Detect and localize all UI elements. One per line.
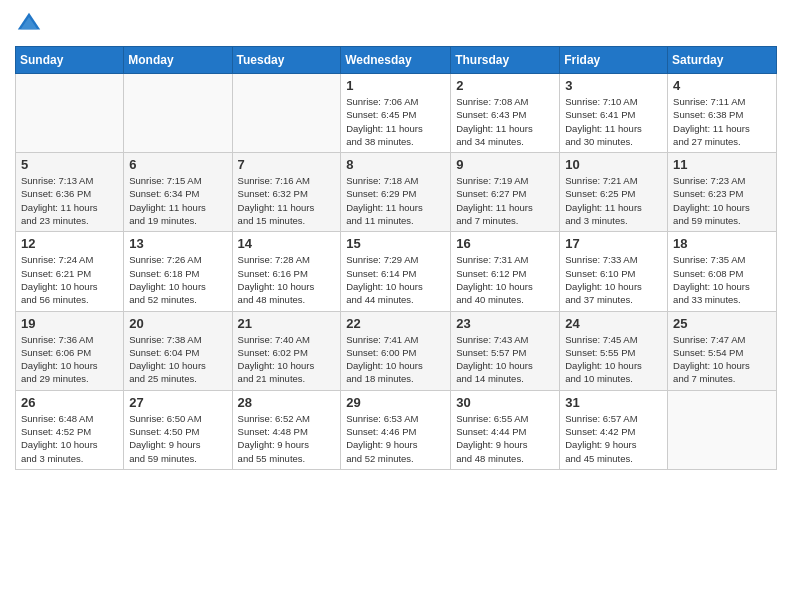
- day-info: Sunrise: 7:41 AM Sunset: 6:00 PM Dayligh…: [346, 333, 445, 386]
- weekday-header-row: SundayMondayTuesdayWednesdayThursdayFrid…: [16, 47, 777, 74]
- day-info: Sunrise: 7:45 AM Sunset: 5:55 PM Dayligh…: [565, 333, 662, 386]
- day-number: 20: [129, 316, 226, 331]
- calendar-cell: 23Sunrise: 7:43 AM Sunset: 5:57 PM Dayli…: [451, 311, 560, 390]
- day-number: 7: [238, 157, 336, 172]
- calendar-cell: 12Sunrise: 7:24 AM Sunset: 6:21 PM Dayli…: [16, 232, 124, 311]
- day-number: 16: [456, 236, 554, 251]
- weekday-header-wednesday: Wednesday: [341, 47, 451, 74]
- day-info: Sunrise: 7:33 AM Sunset: 6:10 PM Dayligh…: [565, 253, 662, 306]
- day-info: Sunrise: 7:24 AM Sunset: 6:21 PM Dayligh…: [21, 253, 118, 306]
- day-number: 27: [129, 395, 226, 410]
- day-info: Sunrise: 7:26 AM Sunset: 6:18 PM Dayligh…: [129, 253, 226, 306]
- calendar-cell: 16Sunrise: 7:31 AM Sunset: 6:12 PM Dayli…: [451, 232, 560, 311]
- day-number: 13: [129, 236, 226, 251]
- weekday-header-sunday: Sunday: [16, 47, 124, 74]
- calendar-cell: 18Sunrise: 7:35 AM Sunset: 6:08 PM Dayli…: [668, 232, 777, 311]
- calendar-cell: 30Sunrise: 6:55 AM Sunset: 4:44 PM Dayli…: [451, 390, 560, 469]
- day-number: 24: [565, 316, 662, 331]
- day-info: Sunrise: 7:08 AM Sunset: 6:43 PM Dayligh…: [456, 95, 554, 148]
- day-info: Sunrise: 7:15 AM Sunset: 6:34 PM Dayligh…: [129, 174, 226, 227]
- calendar-cell: [124, 74, 232, 153]
- calendar-cell: 21Sunrise: 7:40 AM Sunset: 6:02 PM Dayli…: [232, 311, 341, 390]
- weekday-header-monday: Monday: [124, 47, 232, 74]
- day-number: 8: [346, 157, 445, 172]
- calendar-cell: 8Sunrise: 7:18 AM Sunset: 6:29 PM Daylig…: [341, 153, 451, 232]
- calendar-cell: 15Sunrise: 7:29 AM Sunset: 6:14 PM Dayli…: [341, 232, 451, 311]
- calendar-cell: 20Sunrise: 7:38 AM Sunset: 6:04 PM Dayli…: [124, 311, 232, 390]
- day-number: 11: [673, 157, 771, 172]
- calendar-cell: 28Sunrise: 6:52 AM Sunset: 4:48 PM Dayli…: [232, 390, 341, 469]
- calendar-week-row: 5Sunrise: 7:13 AM Sunset: 6:36 PM Daylig…: [16, 153, 777, 232]
- calendar-cell: 13Sunrise: 7:26 AM Sunset: 6:18 PM Dayli…: [124, 232, 232, 311]
- day-info: Sunrise: 6:55 AM Sunset: 4:44 PM Dayligh…: [456, 412, 554, 465]
- day-number: 21: [238, 316, 336, 331]
- day-info: Sunrise: 7:47 AM Sunset: 5:54 PM Dayligh…: [673, 333, 771, 386]
- weekday-header-tuesday: Tuesday: [232, 47, 341, 74]
- day-number: 9: [456, 157, 554, 172]
- day-number: 17: [565, 236, 662, 251]
- day-number: 12: [21, 236, 118, 251]
- calendar-cell: 26Sunrise: 6:48 AM Sunset: 4:52 PM Dayli…: [16, 390, 124, 469]
- calendar-cell: 24Sunrise: 7:45 AM Sunset: 5:55 PM Dayli…: [560, 311, 668, 390]
- day-info: Sunrise: 7:13 AM Sunset: 6:36 PM Dayligh…: [21, 174, 118, 227]
- calendar-cell: 31Sunrise: 6:57 AM Sunset: 4:42 PM Dayli…: [560, 390, 668, 469]
- weekday-header-thursday: Thursday: [451, 47, 560, 74]
- weekday-header-friday: Friday: [560, 47, 668, 74]
- calendar-cell: [232, 74, 341, 153]
- day-info: Sunrise: 7:21 AM Sunset: 6:25 PM Dayligh…: [565, 174, 662, 227]
- calendar-cell: [668, 390, 777, 469]
- day-number: 1: [346, 78, 445, 93]
- calendar-cell: 25Sunrise: 7:47 AM Sunset: 5:54 PM Dayli…: [668, 311, 777, 390]
- day-number: 10: [565, 157, 662, 172]
- calendar-cell: 5Sunrise: 7:13 AM Sunset: 6:36 PM Daylig…: [16, 153, 124, 232]
- day-info: Sunrise: 6:53 AM Sunset: 4:46 PM Dayligh…: [346, 412, 445, 465]
- calendar-cell: 9Sunrise: 7:19 AM Sunset: 6:27 PM Daylig…: [451, 153, 560, 232]
- calendar-cell: 22Sunrise: 7:41 AM Sunset: 6:00 PM Dayli…: [341, 311, 451, 390]
- calendar-cell: 11Sunrise: 7:23 AM Sunset: 6:23 PM Dayli…: [668, 153, 777, 232]
- calendar-cell: 14Sunrise: 7:28 AM Sunset: 6:16 PM Dayli…: [232, 232, 341, 311]
- day-info: Sunrise: 7:29 AM Sunset: 6:14 PM Dayligh…: [346, 253, 445, 306]
- calendar-cell: 29Sunrise: 6:53 AM Sunset: 4:46 PM Dayli…: [341, 390, 451, 469]
- page: SundayMondayTuesdayWednesdayThursdayFrid…: [0, 0, 792, 612]
- calendar-cell: 6Sunrise: 7:15 AM Sunset: 6:34 PM Daylig…: [124, 153, 232, 232]
- weekday-header-saturday: Saturday: [668, 47, 777, 74]
- calendar-cell: 27Sunrise: 6:50 AM Sunset: 4:50 PM Dayli…: [124, 390, 232, 469]
- day-info: Sunrise: 7:19 AM Sunset: 6:27 PM Dayligh…: [456, 174, 554, 227]
- calendar-cell: 1Sunrise: 7:06 AM Sunset: 6:45 PM Daylig…: [341, 74, 451, 153]
- day-number: 29: [346, 395, 445, 410]
- calendar-cell: 4Sunrise: 7:11 AM Sunset: 6:38 PM Daylig…: [668, 74, 777, 153]
- day-info: Sunrise: 7:40 AM Sunset: 6:02 PM Dayligh…: [238, 333, 336, 386]
- day-number: 18: [673, 236, 771, 251]
- day-number: 30: [456, 395, 554, 410]
- day-number: 14: [238, 236, 336, 251]
- day-info: Sunrise: 7:16 AM Sunset: 6:32 PM Dayligh…: [238, 174, 336, 227]
- day-info: Sunrise: 7:28 AM Sunset: 6:16 PM Dayligh…: [238, 253, 336, 306]
- calendar-cell: 17Sunrise: 7:33 AM Sunset: 6:10 PM Dayli…: [560, 232, 668, 311]
- calendar-cell: 2Sunrise: 7:08 AM Sunset: 6:43 PM Daylig…: [451, 74, 560, 153]
- calendar-cell: 3Sunrise: 7:10 AM Sunset: 6:41 PM Daylig…: [560, 74, 668, 153]
- calendar-table: SundayMondayTuesdayWednesdayThursdayFrid…: [15, 46, 777, 470]
- logo: [15, 10, 47, 38]
- logo-icon: [15, 10, 43, 38]
- day-number: 3: [565, 78, 662, 93]
- day-number: 31: [565, 395, 662, 410]
- day-info: Sunrise: 6:48 AM Sunset: 4:52 PM Dayligh…: [21, 412, 118, 465]
- day-info: Sunrise: 7:06 AM Sunset: 6:45 PM Dayligh…: [346, 95, 445, 148]
- day-number: 25: [673, 316, 771, 331]
- day-info: Sunrise: 6:50 AM Sunset: 4:50 PM Dayligh…: [129, 412, 226, 465]
- calendar-cell: 7Sunrise: 7:16 AM Sunset: 6:32 PM Daylig…: [232, 153, 341, 232]
- day-number: 28: [238, 395, 336, 410]
- day-info: Sunrise: 7:18 AM Sunset: 6:29 PM Dayligh…: [346, 174, 445, 227]
- calendar-week-row: 1Sunrise: 7:06 AM Sunset: 6:45 PM Daylig…: [16, 74, 777, 153]
- calendar-week-row: 12Sunrise: 7:24 AM Sunset: 6:21 PM Dayli…: [16, 232, 777, 311]
- day-info: Sunrise: 7:36 AM Sunset: 6:06 PM Dayligh…: [21, 333, 118, 386]
- day-number: 15: [346, 236, 445, 251]
- day-number: 2: [456, 78, 554, 93]
- day-info: Sunrise: 6:57 AM Sunset: 4:42 PM Dayligh…: [565, 412, 662, 465]
- calendar-week-row: 26Sunrise: 6:48 AM Sunset: 4:52 PM Dayli…: [16, 390, 777, 469]
- day-info: Sunrise: 7:38 AM Sunset: 6:04 PM Dayligh…: [129, 333, 226, 386]
- day-number: 4: [673, 78, 771, 93]
- calendar-cell: [16, 74, 124, 153]
- day-info: Sunrise: 7:43 AM Sunset: 5:57 PM Dayligh…: [456, 333, 554, 386]
- day-info: Sunrise: 7:35 AM Sunset: 6:08 PM Dayligh…: [673, 253, 771, 306]
